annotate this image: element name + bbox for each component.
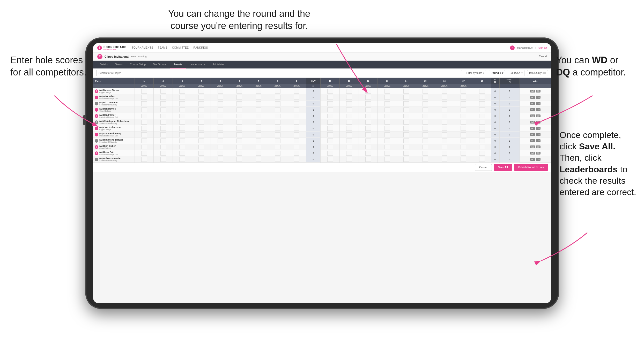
score-cell-16[interactable] bbox=[435, 125, 454, 132]
score-cell-12[interactable] bbox=[359, 132, 378, 138]
nav-rankings[interactable]: RANKINGS bbox=[193, 46, 208, 49]
score-cell-12[interactable] bbox=[359, 119, 378, 125]
score-cell-2[interactable] bbox=[154, 94, 173, 101]
score-cell-6[interactable] bbox=[230, 113, 249, 119]
nav-tournaments[interactable]: TOURNAMENTS bbox=[132, 46, 153, 49]
score-cell-8[interactable] bbox=[268, 101, 287, 107]
hole-input-2[interactable] bbox=[160, 132, 166, 137]
score-cell-6[interactable] bbox=[230, 156, 249, 163]
hole-input-9[interactable] bbox=[294, 107, 299, 112]
hole-input-11[interactable] bbox=[346, 139, 352, 143]
hole-input-17[interactable] bbox=[461, 120, 466, 125]
hole-input-5[interactable] bbox=[218, 132, 223, 137]
hole-input-13[interactable] bbox=[384, 157, 390, 162]
score-cell-4[interactable] bbox=[192, 94, 211, 101]
score-cell-17[interactable] bbox=[454, 113, 473, 119]
dq-button[interactable]: DQ bbox=[536, 127, 541, 130]
score-cell-15[interactable] bbox=[416, 125, 435, 132]
dq-button[interactable]: DQ bbox=[536, 139, 541, 142]
score-cell-11[interactable] bbox=[340, 119, 359, 125]
score-cell-4[interactable] bbox=[192, 150, 211, 156]
hole-input-3[interactable] bbox=[179, 145, 185, 149]
score-cell-12[interactable] bbox=[359, 156, 378, 163]
hole-input-5[interactable] bbox=[218, 139, 223, 143]
hole-input-1[interactable] bbox=[141, 132, 147, 137]
score-cell-2[interactable] bbox=[154, 107, 173, 113]
hole-input-15[interactable] bbox=[423, 120, 428, 125]
hole-input-7[interactable] bbox=[256, 132, 261, 137]
score-cell-2[interactable] bbox=[154, 101, 173, 107]
hole-input-6[interactable] bbox=[236, 145, 242, 149]
hole-input-15[interactable] bbox=[423, 89, 428, 94]
hole-input-16[interactable] bbox=[442, 120, 447, 125]
score-cell-3[interactable] bbox=[173, 156, 192, 163]
score-cell-2[interactable] bbox=[154, 138, 173, 144]
hole-input-18[interactable] bbox=[479, 95, 485, 100]
score-cell-10[interactable] bbox=[321, 101, 340, 107]
hole-input-6[interactable] bbox=[236, 132, 242, 137]
score-cell-4[interactable] bbox=[192, 156, 211, 163]
hole-input-9[interactable] bbox=[294, 139, 299, 143]
score-cell-7[interactable] bbox=[249, 150, 268, 156]
score-cell-6[interactable] bbox=[230, 119, 249, 125]
score-cell-3[interactable] bbox=[173, 88, 192, 94]
hole-input-6[interactable] bbox=[236, 157, 242, 162]
hole-input-17[interactable] bbox=[461, 89, 466, 94]
hole-input-12[interactable] bbox=[365, 107, 371, 112]
hole-input-15[interactable] bbox=[423, 151, 428, 156]
side-button[interactable] bbox=[83, 115, 85, 125]
hole-input-11[interactable] bbox=[346, 114, 352, 118]
score-cell-7[interactable] bbox=[249, 132, 268, 138]
score-cell-14[interactable] bbox=[397, 156, 416, 163]
hole-input-9[interactable] bbox=[294, 145, 299, 149]
score-cell-14[interactable] bbox=[397, 138, 416, 144]
hole-input-7[interactable] bbox=[256, 145, 261, 149]
hole-input-11[interactable] bbox=[346, 132, 352, 137]
hole-input-16[interactable] bbox=[442, 132, 447, 137]
hole-input-18[interactable] bbox=[479, 157, 485, 162]
score-cell-15[interactable] bbox=[416, 94, 435, 101]
score-cell-16[interactable] bbox=[435, 101, 454, 107]
score-cell-7[interactable] bbox=[249, 119, 268, 125]
score-cell-5[interactable] bbox=[211, 88, 230, 94]
hole-input-13[interactable] bbox=[384, 107, 390, 112]
wd-button[interactable]: WD bbox=[530, 108, 535, 111]
hole-input-12[interactable] bbox=[365, 145, 371, 149]
score-cell-10[interactable] bbox=[321, 138, 340, 144]
hole-input-11[interactable] bbox=[346, 151, 352, 156]
wd-button[interactable]: WD bbox=[530, 139, 535, 142]
score-cell-4[interactable] bbox=[192, 132, 211, 138]
score-cell-10[interactable] bbox=[321, 150, 340, 156]
hole-input-1[interactable] bbox=[141, 145, 147, 149]
hole-input-1[interactable] bbox=[141, 114, 147, 118]
hole-input-18[interactable] bbox=[479, 145, 485, 149]
search-input[interactable] bbox=[96, 70, 462, 76]
score-cell-3[interactable] bbox=[173, 132, 192, 138]
score-cell-9[interactable] bbox=[287, 107, 306, 113]
hole-input-6[interactable] bbox=[236, 114, 242, 118]
hole-input-9[interactable] bbox=[294, 126, 299, 131]
hole-input-12[interactable] bbox=[365, 139, 371, 143]
hole-input-2[interactable] bbox=[160, 151, 166, 156]
hole-input-16[interactable] bbox=[442, 107, 447, 112]
score-cell-16[interactable] bbox=[435, 113, 454, 119]
dq-button[interactable]: DQ bbox=[536, 90, 541, 93]
hole-input-9[interactable] bbox=[294, 132, 299, 137]
score-cell-3[interactable] bbox=[173, 138, 192, 144]
score-cell-14[interactable] bbox=[397, 144, 416, 150]
score-cell-3[interactable] bbox=[173, 150, 192, 156]
hole-input-8[interactable] bbox=[275, 151, 280, 156]
hole-input-5[interactable] bbox=[218, 107, 223, 112]
score-cell-18[interactable] bbox=[473, 119, 491, 125]
hole-input-2[interactable] bbox=[160, 157, 166, 162]
score-cell-14[interactable] bbox=[397, 94, 416, 101]
score-cell-15[interactable] bbox=[416, 156, 435, 163]
hole-input-13[interactable] bbox=[384, 151, 390, 156]
score-cell-9[interactable] bbox=[287, 150, 306, 156]
hole-input-4[interactable] bbox=[198, 139, 204, 143]
hole-input-11[interactable] bbox=[346, 126, 352, 131]
score-cell-11[interactable] bbox=[340, 144, 359, 150]
hole-input-16[interactable] bbox=[442, 145, 447, 149]
hole-input-4[interactable] bbox=[198, 126, 204, 131]
score-cell-17[interactable] bbox=[454, 138, 473, 144]
